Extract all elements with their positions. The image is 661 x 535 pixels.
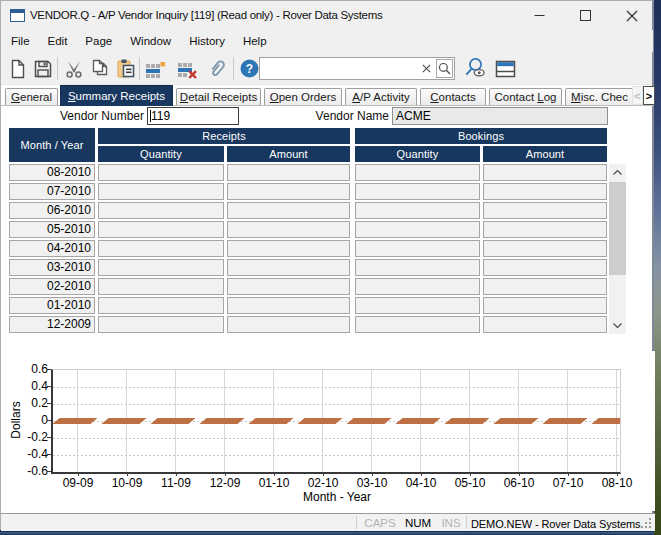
table-cell-receipts-amount[interactable] — [227, 202, 350, 219]
table-row-month[interactable]: 08-2010 — [9, 164, 95, 181]
tab-detail-receipts[interactable]: Detail Receipts — [176, 88, 261, 105]
table-cell-bookings-quantity[interactable] — [355, 202, 480, 219]
window-layout-button[interactable] — [493, 56, 517, 81]
toolbar-search-box — [259, 57, 455, 80]
tab-scroll-right-button[interactable]: > — [643, 86, 655, 105]
table-cell-receipts-amount[interactable] — [227, 240, 350, 257]
table-header-bookings-amount: Amount — [483, 146, 607, 162]
close-button[interactable] — [609, 1, 654, 30]
paste-icon — [115, 58, 136, 79]
table-row-month[interactable]: 05-2010 — [9, 221, 95, 238]
table-row-month[interactable]: 06-2010 — [9, 202, 95, 219]
search-input[interactable] — [262, 60, 422, 77]
tab-misc-chec[interactable]: Misc. Chec — [565, 88, 634, 105]
copy-icon — [90, 59, 110, 79]
table-row-month[interactable]: 02-2010 — [9, 278, 95, 295]
clear-search-button[interactable] — [418, 58, 435, 79]
scroll-up-button[interactable] — [609, 164, 626, 181]
table-header-group-receipts: Receipts — [98, 128, 350, 144]
table-cell-receipts-quantity[interactable] — [98, 240, 224, 257]
vendor-number-field[interactable]: 119 — [147, 107, 239, 125]
table-cell-receipts-quantity[interactable] — [98, 278, 224, 295]
tab-summary-receipts[interactable]: Summary Receipts — [60, 85, 173, 106]
menu-item-edit[interactable]: Edit — [39, 32, 77, 50]
minimize-icon — [534, 10, 545, 21]
table-cell-bookings-quantity[interactable] — [355, 240, 480, 257]
table-cell-receipts-quantity[interactable] — [98, 164, 224, 181]
table-cell-receipts-amount[interactable] — [227, 316, 350, 333]
table-cell-receipts-quantity[interactable] — [98, 316, 224, 333]
tab-contacts[interactable]: Contacts — [420, 88, 486, 105]
table-cell-bookings-amount[interactable] — [483, 240, 607, 257]
table-row-month[interactable]: 07-2010 — [9, 183, 95, 200]
table-row-month[interactable]: 03-2010 — [9, 259, 95, 276]
table-cell-bookings-amount[interactable] — [483, 316, 607, 333]
scrollbar-thumb[interactable] — [609, 182, 626, 275]
table-cell-receipts-quantity[interactable] — [98, 183, 224, 200]
find-preview-button[interactable] — [464, 56, 488, 81]
tab-strip: < > GeneralSummary ReceiptsDetail Receip… — [1, 85, 652, 106]
table-cell-bookings-amount[interactable] — [483, 297, 607, 314]
tab-open-orders[interactable]: Open Orders — [264, 88, 342, 105]
tab-label: Open Orders — [270, 91, 336, 103]
copy-button[interactable] — [88, 56, 112, 81]
table-cell-bookings-amount[interactable] — [483, 183, 607, 200]
table-cell-receipts-quantity[interactable] — [98, 202, 224, 219]
paste-button[interactable] — [113, 56, 137, 81]
table-cell-bookings-quantity[interactable] — [355, 259, 480, 276]
table-cell-receipts-amount[interactable] — [227, 278, 350, 295]
table-header-month-year: Month / Year — [9, 128, 95, 162]
save-icon — [33, 59, 53, 79]
table-cell-bookings-amount[interactable] — [483, 202, 607, 219]
insert-row-button[interactable] — [143, 56, 167, 81]
table-cell-receipts-amount[interactable] — [227, 221, 350, 238]
save-button[interactable] — [31, 56, 55, 81]
table-cell-bookings-amount[interactable] — [483, 278, 607, 295]
tab-contact-log[interactable]: Contact Log — [489, 88, 562, 105]
minimize-button[interactable] — [517, 1, 562, 30]
table-cell-bookings-quantity[interactable] — [355, 183, 480, 200]
table-header-receipts-amount: Amount — [227, 146, 350, 162]
menu-item-history[interactable]: History — [180, 32, 234, 50]
table-scrollbar[interactable] — [609, 164, 626, 334]
table-cell-receipts-quantity[interactable] — [98, 259, 224, 276]
table-cell-bookings-quantity[interactable] — [355, 297, 480, 314]
menu-item-window[interactable]: Window — [121, 32, 180, 50]
attachment-button[interactable] — [205, 56, 229, 81]
table-cell-receipts-amount[interactable] — [227, 183, 350, 200]
vendor-name-field[interactable]: ACME — [392, 107, 608, 125]
search-button[interactable] — [436, 59, 453, 78]
scroll-down-button[interactable] — [609, 317, 626, 334]
help-button[interactable]: ? — [237, 56, 261, 81]
table-cell-bookings-amount[interactable] — [483, 259, 607, 276]
new-document-button[interactable] — [5, 56, 29, 81]
table-row-month[interactable]: 01-2010 — [9, 297, 95, 314]
table-cell-receipts-amount[interactable] — [227, 164, 350, 181]
table-cell-bookings-quantity[interactable] — [355, 221, 480, 238]
title-bar[interactable]: VENDOR.Q - A/P Vendor Inquiry [119] (Rea… — [1, 1, 652, 31]
table-cell-receipts-quantity[interactable] — [98, 297, 224, 314]
maximize-button[interactable] — [563, 1, 608, 30]
tab-general[interactable]: General — [5, 88, 58, 105]
table-cell-bookings-quantity[interactable] — [355, 316, 480, 333]
toolbar-separator — [139, 57, 140, 80]
table-cell-bookings-quantity[interactable] — [355, 164, 480, 181]
table-cell-bookings-amount[interactable] — [483, 221, 607, 238]
resize-grip[interactable] — [640, 517, 653, 530]
chart-x-tick-label: 11-09 — [152, 476, 200, 490]
cut-button[interactable] — [62, 56, 86, 81]
table-row-month[interactable]: 04-2010 — [9, 240, 95, 257]
table-cell-bookings-amount[interactable] — [483, 164, 607, 181]
tab-label: Detail Receipts — [180, 91, 257, 103]
menu-item-help[interactable]: Help — [234, 32, 276, 50]
tab-a-p-activity[interactable]: A/P Activity — [345, 88, 417, 105]
delete-row-button[interactable] — [175, 56, 199, 81]
table-cell-receipts-amount[interactable] — [227, 297, 350, 314]
table-cell-receipts-amount[interactable] — [227, 259, 350, 276]
table-row-month[interactable]: 12-2009 — [9, 316, 95, 333]
menu-item-file[interactable]: File — [2, 32, 39, 50]
table-cell-bookings-quantity[interactable] — [355, 278, 480, 295]
table-cell-receipts-quantity[interactable] — [98, 221, 224, 238]
tab-scroll-left-button[interactable]: < — [632, 86, 643, 105]
menu-item-page[interactable]: Page — [76, 32, 121, 50]
